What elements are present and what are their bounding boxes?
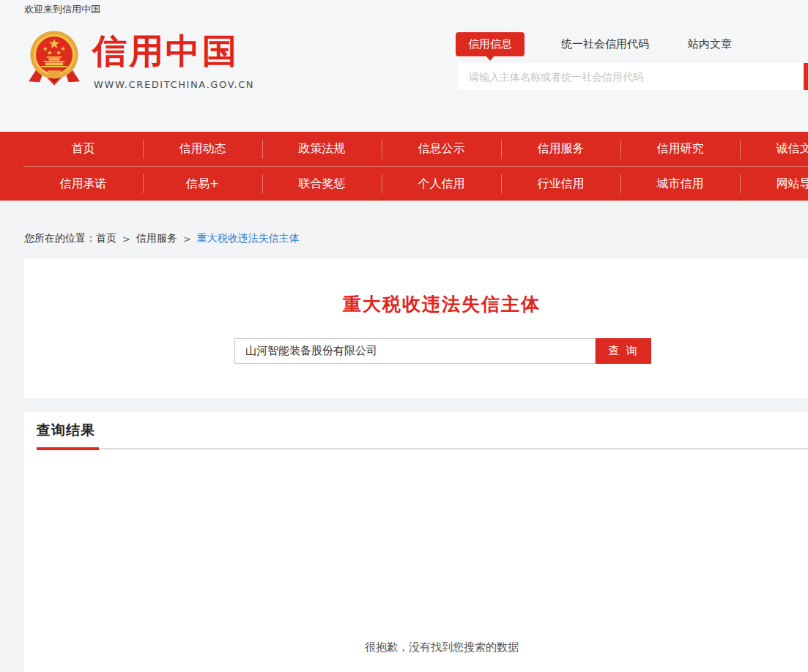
breadcrumb-link[interactable]: 首页	[96, 232, 116, 244]
nav-item[interactable]: 信用服务	[501, 132, 620, 166]
header-search-tab[interactable]: 信用信息	[456, 32, 525, 56]
results-panel: 查询结果 很抱歉，没有找到您搜索的数据	[24, 412, 808, 672]
nav-item[interactable]: 信用动态	[143, 132, 262, 166]
nav-item[interactable]: 网站导航	[740, 167, 808, 201]
header-search-tab[interactable]: 站内文章	[688, 37, 732, 51]
nav-item[interactable]: 信用研究	[620, 132, 740, 166]
china-national-emblem-icon	[26, 29, 82, 89]
nav-item[interactable]: 信易+	[143, 167, 262, 201]
nav-row-2: 信用承诺信易+联合奖惩个人信用行业信用城市信用网站导航	[23, 166, 808, 201]
nav-item[interactable]: 个人信用	[382, 167, 501, 201]
header-search-tabs: 信用信息统一社会信用代码站内文章	[456, 34, 732, 54]
nav-item[interactable]: 城市信用	[620, 167, 740, 201]
breadcrumb-separator: >	[122, 234, 130, 244]
header-search-button[interactable]	[804, 63, 808, 90]
nav-item[interactable]: 信息公示	[382, 132, 501, 166]
query-panel: 重大税收违法失信主体 查 询	[24, 259, 808, 398]
nav-item[interactable]: 首页	[23, 132, 143, 166]
empty-results-message: 很抱歉，没有找到您搜索的数据	[24, 641, 808, 654]
nav-item[interactable]: 行业信用	[501, 167, 620, 201]
results-section-header: 查询结果	[37, 421, 808, 449]
nav-item[interactable]: 信用承诺	[23, 167, 143, 201]
breadcrumb: 您所在的位置：首页>信用服务>重大税收违法失信主体	[24, 232, 300, 245]
nav-item[interactable]: 政策法规	[262, 132, 382, 166]
query-button[interactable]: 查 询	[596, 338, 651, 364]
welcome-text: 欢迎来到信用中国	[24, 3, 100, 16]
breadcrumb-label: 您所在的位置：	[24, 232, 96, 244]
entity-search-input[interactable]	[234, 338, 596, 364]
site-logo-title: 信用中国	[92, 31, 239, 72]
nav-row-1: 首页信用动态政策法规信息公示信用服务信用研究诚信文化	[23, 132, 808, 166]
breadcrumb-link[interactable]: 重大税收违法失信主体	[197, 232, 300, 244]
results-section-title: 查询结果	[37, 422, 95, 438]
header: 欢迎来到信用中国 信用中国 WWW.CREDITCHIN	[0, 0, 808, 132]
breadcrumb-link[interactable]: 信用服务	[136, 232, 177, 244]
main-navigation: 首页信用动态政策法规信息公示信用服务信用研究诚信文化 信用承诺信易+联合奖惩个人…	[0, 132, 808, 201]
header-search-tab[interactable]: 统一社会信用代码	[561, 37, 649, 51]
breadcrumb-separator: >	[183, 234, 191, 244]
nav-item[interactable]: 联合奖惩	[262, 167, 382, 201]
header-search-input[interactable]	[458, 63, 804, 90]
nav-item[interactable]: 诚信文化	[740, 132, 808, 166]
page-title: 重大税收违法失信主体	[24, 292, 808, 316]
breadcrumb-items: 首页>信用服务>重大税收违法失信主体	[96, 232, 300, 244]
site-logo-url: WWW.CREDITCHINA.GOV.CN	[94, 79, 254, 90]
